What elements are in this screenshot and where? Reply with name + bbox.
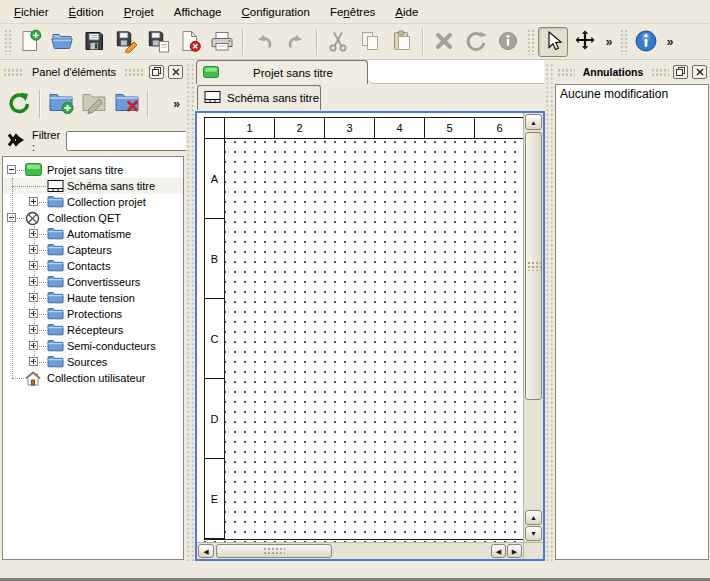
toolbar-overflow-button[interactable]: » xyxy=(663,35,677,49)
open-document-button[interactable] xyxy=(47,27,77,57)
filter-row: Filtrer : xyxy=(0,129,186,153)
delete-icon xyxy=(432,29,456,55)
tab-schema[interactable]: Schéma sans titre xyxy=(197,85,321,110)
horizontal-scrollbar[interactable]: ◀ ◀ ▶ xyxy=(197,542,523,559)
cut-button[interactable] xyxy=(323,27,353,57)
frame-column-header: 5 xyxy=(425,118,475,139)
toolbar-separator xyxy=(422,29,424,55)
scroll-left-button[interactable]: ◀ xyxy=(198,544,214,558)
select-arrow-icon xyxy=(541,29,565,55)
diagram-canvas[interactable]: 123456ABCDE xyxy=(197,113,523,542)
vertical-scroll-thumb[interactable] xyxy=(525,132,542,400)
tree-item-collection-qet[interactable]: Collection QET xyxy=(3,210,183,226)
tree-guide-stub xyxy=(39,346,46,347)
save-all-button[interactable] xyxy=(143,27,173,57)
arrow-up-icon: ▲ xyxy=(530,514,537,521)
toolbar-drag-handle[interactable] xyxy=(4,29,11,55)
scroll-up-button[interactable]: ▲ xyxy=(525,510,542,525)
paste-icon xyxy=(390,29,414,55)
horizontal-scroll-thumb[interactable] xyxy=(216,544,332,558)
new-document-button[interactable] xyxy=(15,27,45,57)
rotate-button[interactable] xyxy=(461,27,491,57)
elements-panel-title: Panel d'éléments xyxy=(28,66,120,78)
toolbar-overflow-button[interactable]: » xyxy=(602,35,616,49)
undo-panel-titlebar[interactable]: Annulations xyxy=(554,63,710,81)
print-button[interactable] xyxy=(207,27,237,57)
delete-category-button[interactable] xyxy=(112,89,142,119)
move-mode-button[interactable] xyxy=(570,27,600,57)
menu-configuration[interactable]: Configuration xyxy=(232,2,320,22)
tree-guide-stub xyxy=(39,314,46,315)
menu-edition[interactable]: Édition xyxy=(59,2,114,22)
frame-column-header: 2 xyxy=(275,118,325,139)
undo-button[interactable] xyxy=(249,27,279,57)
save-as-button[interactable] xyxy=(111,27,141,57)
menu-fenetres[interactable]: Fenêtres xyxy=(320,2,385,22)
close-document-button[interactable] xyxy=(175,27,205,57)
menu-projet[interactable]: Projet xyxy=(114,2,164,22)
copy-button[interactable] xyxy=(355,27,385,57)
close-panel-button[interactable] xyxy=(168,65,183,79)
tree-item-label: Schéma sans titre xyxy=(67,178,155,194)
element-info-button[interactable] xyxy=(493,27,523,57)
reload-collections-button[interactable] xyxy=(4,89,34,119)
right-splitter-handle[interactable] xyxy=(545,63,554,561)
elements-panel: Panel d'éléments » Filtrer : Projet sans… xyxy=(0,63,186,561)
tree-item-collection-projet[interactable]: Collection projet xyxy=(3,194,183,210)
collapse-icon[interactable] xyxy=(7,165,16,174)
tree-item-recepteurs[interactable]: Récepteurs xyxy=(3,322,183,338)
tree-item-schema-sans-titre[interactable]: Schéma sans titre xyxy=(3,178,183,194)
edit-category-button[interactable] xyxy=(79,89,109,119)
menu-fichier[interactable]: Fichier xyxy=(4,2,59,22)
float-icon xyxy=(676,66,685,78)
tree-item-contacts[interactable]: Contacts xyxy=(3,258,183,274)
panel-toolbar-overflow-button[interactable]: » xyxy=(173,97,182,111)
tree-item-projet-sans-titre[interactable]: Projet sans titre xyxy=(3,162,183,178)
save-icon xyxy=(82,29,106,55)
tree-item-sources[interactable]: Sources xyxy=(3,354,183,370)
save-button[interactable] xyxy=(79,27,109,57)
menu-aide[interactable]: Aide xyxy=(385,2,428,22)
toolbar-drag-handle[interactable] xyxy=(527,29,534,55)
schema-tab-label: Schéma sans titre xyxy=(227,92,319,104)
titlebar-texture xyxy=(3,68,24,77)
undo-history-item[interactable]: Aucune modification xyxy=(556,85,708,103)
tree-item-automatisme[interactable]: Automatisme xyxy=(3,226,183,242)
tree-item-capteurs[interactable]: Capteurs xyxy=(3,242,183,258)
about-button[interactable] xyxy=(631,27,661,57)
redo-button[interactable] xyxy=(281,27,311,57)
paste-button[interactable] xyxy=(387,27,417,57)
scroll-right-button[interactable]: ▶ xyxy=(507,544,522,558)
menu-affichage[interactable]: Affichage xyxy=(164,2,232,22)
close-panel-button[interactable] xyxy=(692,65,707,79)
left-splitter-handle[interactable] xyxy=(186,63,195,561)
thumb-grip xyxy=(263,547,285,556)
close-icon xyxy=(172,66,180,78)
tree-item-haute-tension[interactable]: Haute tension xyxy=(3,290,183,306)
tree-item-label: Projet sans titre xyxy=(47,162,123,178)
tree-item-semi-conducteurs[interactable]: Semi-conducteurs xyxy=(3,338,183,354)
clear-filter-icon[interactable] xyxy=(6,132,26,150)
scroll-up-button[interactable]: ▲ xyxy=(525,114,542,130)
float-panel-button[interactable] xyxy=(149,65,164,79)
close-icon xyxy=(696,66,704,78)
select-mode-button[interactable] xyxy=(538,27,568,57)
tree-item-label: Collection projet xyxy=(67,194,146,210)
tree-item-convertisseurs[interactable]: Convertisseurs xyxy=(3,274,183,290)
tree-item-label: Semi-conducteurs xyxy=(67,338,156,354)
delete-button[interactable] xyxy=(429,27,459,57)
expand-icon[interactable] xyxy=(29,197,38,206)
toolbar-drag-handle[interactable] xyxy=(620,29,627,55)
scroll-down-button[interactable]: ▼ xyxy=(525,526,542,541)
tree-item-protections[interactable]: Protections xyxy=(3,306,183,322)
elements-panel-titlebar[interactable]: Panel d'éléments xyxy=(0,63,186,81)
new-category-button[interactable] xyxy=(46,89,76,119)
vertical-scrollbar[interactable]: ▲ ▲ ▼ xyxy=(523,113,543,542)
tree-item-collection-utilisateur[interactable]: Collection utilisateur xyxy=(3,370,183,386)
scroll-left-button[interactable]: ◀ xyxy=(491,544,506,558)
titlebar-texture xyxy=(651,68,669,77)
tree-guide-stub xyxy=(39,330,46,331)
project-tab-label: Projet sans titre xyxy=(219,67,367,79)
float-panel-button[interactable] xyxy=(673,65,688,79)
tab-project[interactable]: Projet sans titre xyxy=(196,60,368,84)
